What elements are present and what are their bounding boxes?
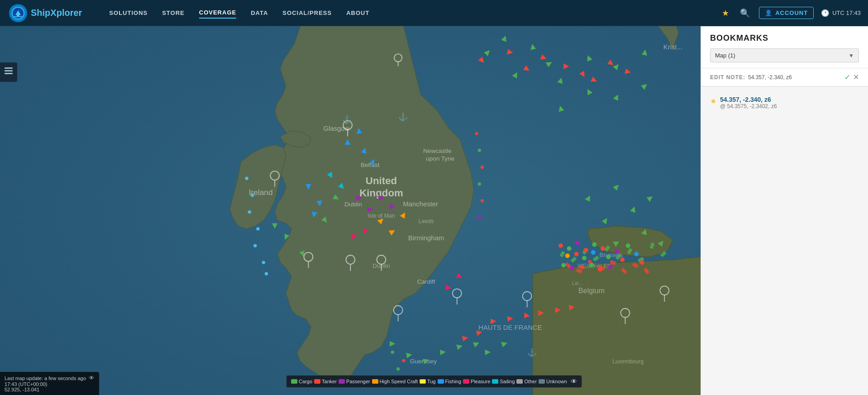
legend-highspeed: High Speed Craft	[372, 379, 418, 384]
nav-about[interactable]: ABOUT	[346, 8, 369, 18]
chevron-down-icon: ▼	[849, 52, 854, 59]
sidebar-tool[interactable]	[0, 62, 17, 82]
svg-point-119	[256, 227, 259, 230]
map-coords: 52.925, -13.041	[5, 387, 95, 392]
nav-right: ★ 🔍 👤 ACCOUNT 🕐 UTC 17:43	[720, 6, 868, 20]
bookmarks-dropdown-row: Map (1) ▼	[710, 48, 859, 68]
tanker-color	[314, 379, 320, 384]
svg-point-130	[402, 359, 405, 362]
bookmark-info: 54.357, -2.340, z6 @ 54.3575, -2.3402, z…	[720, 96, 859, 109]
dropdown-label: Map (1)	[715, 52, 735, 59]
passenger-color	[339, 379, 345, 384]
navbar: ShipXplorer SOLUTIONS STORE COVERAGE DAT…	[0, 0, 868, 26]
svg-text:Manchester: Manchester	[403, 200, 438, 208]
legend-pleasure: Pleasure	[463, 379, 490, 384]
visibility-icon: 👁	[89, 375, 95, 381]
confirm-icon[interactable]: ✓	[844, 73, 850, 81]
tug-color	[420, 379, 426, 384]
legend-unknown: Unknown	[539, 379, 567, 384]
svg-point-135	[584, 248, 588, 252]
legend-cargo: Cargo	[291, 379, 312, 384]
svg-text:Isle of Man: Isle of Man	[367, 213, 395, 219]
edit-note-input[interactable]	[748, 74, 842, 81]
account-icon: 👤	[765, 10, 773, 16]
svg-point-120	[253, 244, 257, 247]
bookmarks-dropdown[interactable]: Map (1) ▼	[710, 48, 859, 62]
legend-tanker: Tanker	[314, 379, 337, 384]
svg-text:HAUTS DE FRANCE: HAUTS DE FRANCE	[478, 324, 542, 331]
nav-store[interactable]: STORE	[162, 8, 185, 18]
legend-bar: Cargo Tanker Passenger High Speed Craft …	[286, 375, 582, 388]
nav-data[interactable]: DATA	[251, 8, 268, 18]
svg-point-152	[598, 267, 602, 271]
last-update-text: Last map update: a few seconds ago	[5, 376, 86, 381]
utc-time: UTC 17:43	[832, 10, 861, 16]
svg-point-118	[248, 210, 251, 214]
legend-passenger: Passenger	[339, 379, 370, 384]
svg-text:Newcastle: Newcastle	[423, 148, 452, 155]
nav-solutions[interactable]: SOLUTIONS	[109, 8, 148, 18]
svg-text:upon Tyne: upon Tyne	[426, 155, 454, 162]
close-icon[interactable]: ✕	[853, 73, 859, 81]
svg-text:United: United	[366, 175, 397, 186]
svg-text:Cardiff: Cardiff	[417, 278, 435, 285]
svg-point-153	[608, 265, 612, 269]
bookmarks-panel: BOOKMARKS Map (1) ▼ EDIT NOTE: ✓ ✕ ★ 54.…	[701, 26, 868, 395]
utc-display: 🕐 UTC 17:43	[821, 9, 861, 17]
search-icon[interactable]: 🔍	[738, 6, 752, 20]
svg-text:Luxembourg: Luxembourg	[612, 358, 644, 365]
legend-other: Other	[517, 379, 537, 384]
svg-text:Liè...: Liè...	[572, 281, 583, 286]
svg-text:Glasgow: Glasgow	[324, 125, 350, 132]
svg-point-143	[615, 249, 619, 253]
svg-point-149	[570, 266, 574, 271]
bookmark-item[interactable]: ★ 54.357, -2.340, z6 @ 54.3575, -2.3402,…	[710, 92, 859, 113]
cargo-color	[291, 379, 297, 384]
bookmark-icon[interactable]: ★	[720, 6, 731, 20]
svg-point-147	[640, 260, 644, 265]
svg-point-137	[565, 253, 570, 258]
svg-text:Dublin: Dublin	[344, 201, 362, 208]
sailing-color	[492, 379, 499, 384]
bookmark-coords: @ 54.3575, -2.3402, z6	[720, 103, 859, 109]
bookmarks-title: BOOKMARKS	[710, 33, 859, 43]
highspeed-color	[372, 379, 378, 384]
nav-coverage[interactable]: COVERAGE	[199, 7, 236, 19]
logo-area[interactable]: ShipXplorer	[0, 4, 91, 22]
svg-point-117	[251, 194, 254, 197]
legend-tug: Tug	[420, 379, 436, 384]
svg-text:Belgium: Belgium	[578, 286, 605, 295]
unknown-color	[539, 379, 545, 384]
svg-text:Krist...: Krist...	[663, 43, 682, 51]
nav-social[interactable]: SOCIAL/PRESS	[282, 8, 332, 18]
pleasure-color	[463, 379, 469, 384]
svg-text:Birmingham: Birmingham	[408, 234, 444, 242]
svg-rect-182	[5, 70, 13, 71]
bookmarks-header: BOOKMARKS Map (1) ▼	[701, 26, 868, 68]
svg-point-132	[558, 243, 563, 248]
svg-point-125	[481, 166, 484, 169]
svg-point-126	[478, 182, 481, 186]
svg-rect-181	[5, 67, 13, 69]
svg-point-127	[481, 199, 484, 202]
svg-point-116	[245, 177, 248, 180]
svg-point-133	[567, 246, 572, 251]
svg-point-122	[265, 272, 268, 275]
svg-point-131	[396, 367, 400, 371]
logo-text: ShipXplorer	[31, 8, 82, 18]
svg-rect-183	[5, 73, 13, 74]
svg-point-139	[582, 256, 587, 260]
bookmark-name: 54.357, -2.340, z6	[720, 96, 859, 103]
legend-visibility-toggle[interactable]: 👁	[571, 378, 577, 385]
svg-rect-1	[17, 15, 19, 16]
svg-point-128	[478, 216, 481, 219]
layers-icon	[4, 66, 14, 78]
svg-point-145	[626, 243, 630, 248]
nav-links: SOLUTIONS STORE COVERAGE DATA SOCIAL/PRE…	[109, 7, 369, 19]
svg-point-146	[634, 252, 639, 257]
other-color	[517, 379, 523, 384]
edit-note-row: EDIT NOTE: ✓ ✕	[701, 68, 868, 87]
svg-point-134	[575, 241, 580, 245]
svg-point-151	[589, 263, 594, 267]
account-button[interactable]: 👤 ACCOUNT	[759, 7, 814, 19]
